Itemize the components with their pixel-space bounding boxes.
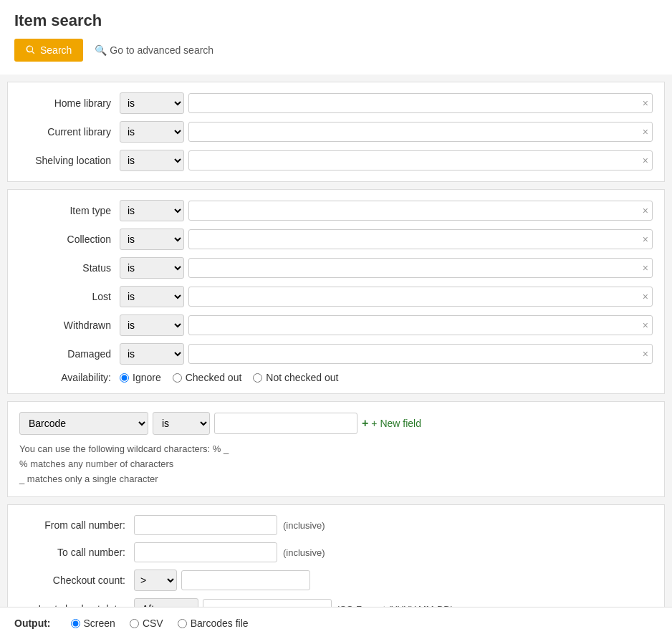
lost-input[interactable] [188,287,653,307]
item-type-clear[interactable]: × [643,205,648,216]
to-call-number-input[interactable] [134,542,277,562]
damaged-input[interactable] [188,344,653,364]
checkout-count-row: Checkout count: > < = >= <= [19,570,653,591]
search-button[interactable]: Search [14,39,83,62]
output-screen-radio[interactable] [71,619,80,628]
availability-not-checked-out-radio[interactable] [253,373,262,383]
withdrawn-input-wrap: × [188,315,653,335]
availability-ignore-text: Ignore [133,372,161,383]
lost-label: Lost [19,291,120,302]
withdrawn-operator[interactable]: is is not [120,314,184,336]
availability-checked-out-label[interactable]: Checked out [173,372,242,383]
from-call-number-hint: (inclusive) [283,520,325,531]
barcode-row: Barcode Title Author ISBN Call number is… [19,412,653,435]
item-type-label: Item type [19,205,120,216]
shelving-location-input[interactable] [188,150,653,170]
new-field-button[interactable]: + + New field [362,417,421,430]
checkout-count-input[interactable] [181,570,310,590]
availability-not-checked-out-label[interactable]: Not checked out [253,372,338,383]
collection-input[interactable] [188,229,653,249]
output-csv-text: CSV [143,618,163,629]
home-library-input[interactable] [188,93,653,113]
output-csv-label[interactable]: CSV [130,618,163,629]
output-screen-text: Screen [84,618,115,629]
home-library-clear[interactable]: × [643,97,648,109]
collection-row: Collection is is not × [19,229,653,250]
current-library-label: Current library [19,126,120,138]
new-field-label: + New field [371,418,421,429]
availability-ignore-label[interactable]: Ignore [120,372,161,383]
status-input[interactable] [188,258,653,278]
barcode-section: Barcode Title Author ISBN Call number is… [7,401,665,497]
wildcard-line1: You can use the following wildcard chara… [19,442,653,457]
availability-checked-out-radio[interactable] [173,373,182,383]
withdrawn-label: Withdrawn [19,320,120,331]
current-library-input-wrap: × [188,122,653,142]
shelving-location-input-wrap: × [188,150,653,170]
to-call-number-hint: (inclusive) [283,547,325,558]
page-header: Item search Search 🔍 Go to advanced sear… [0,0,672,75]
withdrawn-clear[interactable]: × [643,320,648,331]
output-barcodes-label[interactable]: Barcodes file [178,618,249,629]
barcode-operator-select[interactable]: is is not contains starts with [153,412,210,435]
item-type-operator[interactable]: is is not [120,200,184,221]
damaged-label: Damaged [19,348,120,360]
current-library-input[interactable] [188,122,653,142]
withdrawn-row: Withdrawn is is not × [19,314,653,336]
search-icon [26,45,36,55]
collection-operator[interactable]: is is not [120,229,184,250]
damaged-operator[interactable]: is is not [120,343,184,365]
output-barcodes-radio[interactable] [178,619,187,628]
plus-icon: + [362,417,368,430]
lost-clear[interactable]: × [643,291,648,302]
output-label: Output: [14,618,51,629]
status-clear[interactable]: × [643,262,648,274]
output-barcodes-text: Barcodes file [191,618,249,629]
shelving-location-operator[interactable]: is is not [120,150,184,171]
advanced-search-link[interactable]: 🔍 Go to advanced search [95,44,213,56]
damaged-input-wrap: × [188,344,653,364]
library-filters-section: Home library is is not × Current library… [7,82,665,182]
from-call-number-input[interactable] [134,515,277,535]
output-section: Output: Screen CSV Barcodes file [0,607,672,638]
checkout-count-operator[interactable]: > < = >= <= [134,570,177,591]
barcode-field-select[interactable]: Barcode Title Author ISBN Call number [19,412,148,435]
availability-checked-out-text: Checked out [186,372,242,383]
availability-row: Availability: Ignore Checked out Not che… [19,372,653,383]
collection-label: Collection [19,234,120,245]
wildcard-line3: _ matches only a single character [19,472,653,487]
item-type-row: Item type is is not × [19,200,653,221]
home-library-label: Home library [19,97,120,109]
lost-operator[interactable]: is is not [120,286,184,307]
current-library-operator[interactable]: is is not [120,121,184,143]
barcode-value-input[interactable] [214,413,357,434]
lost-input-wrap: × [188,287,653,307]
damaged-clear[interactable]: × [643,348,648,360]
collection-clear[interactable]: × [643,234,648,245]
from-call-number-label: From call number: [19,519,134,531]
withdrawn-input[interactable] [188,315,653,335]
shelving-location-clear[interactable]: × [643,155,648,166]
status-label: Status [19,262,120,274]
to-call-number-row: To call number: (inclusive) [19,542,653,562]
collection-input-wrap: × [188,229,653,249]
wildcard-line2: % matches any number of characters [19,457,653,472]
current-library-clear[interactable]: × [643,126,648,138]
availability-options: Ignore Checked out Not checked out [120,372,338,383]
status-row: Status is is not × [19,257,653,279]
damaged-row: Damaged is is not × [19,343,653,365]
availability-label: Availability: [19,372,120,383]
item-filters-section: Item type is is not × Collection is is n… [7,189,665,394]
item-type-input[interactable] [188,201,653,221]
shelving-location-row: Shelving location is is not × [19,150,653,171]
checkout-count-label: Checkout count: [19,575,134,586]
availability-not-checked-out-text: Not checked out [266,372,338,383]
output-screen-label[interactable]: Screen [71,618,115,629]
output-csv-radio[interactable] [130,619,139,628]
shelving-location-label: Shelving location [19,155,120,166]
home-library-operator[interactable]: is is not [120,92,184,114]
magnify-icon: 🔍 [95,44,107,56]
status-operator[interactable]: is is not [120,257,184,279]
lost-row: Lost is is not × [19,286,653,307]
availability-ignore-radio[interactable] [120,373,129,383]
